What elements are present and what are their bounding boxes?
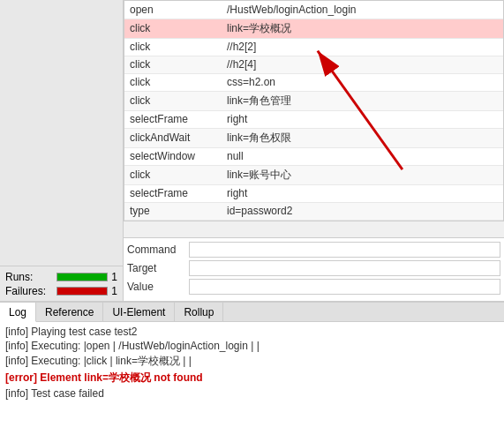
commands-table-wrapper: open/HustWeb/loginAction_loginclicklink=…	[124, 0, 504, 237]
failures-row: Failures: 1	[5, 285, 117, 297]
log-info-line: [info] Executing: |open | /HustWeb/login…	[5, 340, 499, 352]
command-input[interactable]	[189, 242, 500, 258]
table-row[interactable]: clicklink=学校概况	[124, 19, 503, 38]
table-row[interactable]: click//h2[4]	[124, 56, 503, 73]
log-tab-log[interactable]: Log	[0, 303, 36, 322]
table-row[interactable]: open/HustWeb/loginAction_login	[124, 1, 503, 19]
command-cell: click	[124, 73, 222, 91]
left-panel: Runs: 1 Failures: 1	[0, 0, 124, 301]
command-cell: click	[124, 19, 222, 38]
command-cell: click	[124, 56, 222, 73]
log-error-line: [error] Element link=学校概况 not found	[5, 371, 499, 386]
runs-bar	[56, 273, 108, 281]
log-tabs: LogReferenceUI-ElementRollup	[0, 303, 504, 322]
log-info-line: [info] Playing test case test2	[5, 326, 499, 338]
target-cell: id=password2	[222, 202, 503, 220]
commands-table: open/HustWeb/loginAction_loginclicklink=…	[124, 1, 503, 221]
command-cell: click	[124, 165, 222, 184]
table-row[interactable]: clicklink=账号中心	[124, 165, 503, 184]
table-row[interactable]: click//h2[2]	[124, 38, 503, 56]
log-tab-rollup[interactable]: Rollup	[175, 303, 223, 321]
runs-value: 1	[111, 271, 117, 283]
target-input[interactable]	[189, 260, 500, 276]
log-content: [info] Playing test case test2[info] Exe…	[0, 322, 504, 442]
value-label: Value	[127, 281, 189, 293]
target-cell: right	[222, 110, 503, 128]
main-container: Runs: 1 Failures: 1 open/HustWeb/loginAc…	[0, 0, 504, 442]
target-cell: link=学校概况	[222, 19, 503, 38]
command-cell: selectWindow	[124, 147, 222, 165]
commands-table-container: open/HustWeb/loginAction_loginclicklink=…	[124, 0, 504, 221]
top-section: Runs: 1 Failures: 1 open/HustWeb/loginAc…	[0, 0, 504, 301]
target-cell: right	[222, 184, 503, 202]
failures-value: 1	[111, 285, 117, 297]
target-row: Target	[127, 260, 500, 276]
target-cell: link=账号中心	[222, 165, 503, 184]
table-row[interactable]: clickAndWaitlink=角色权限	[124, 128, 503, 147]
log-tab-reference[interactable]: Reference	[36, 303, 103, 321]
target-cell: link=角色管理	[222, 91, 503, 110]
target-cell: //h2[2]	[222, 38, 503, 56]
target-cell: /HustWeb/loginAction_login	[222, 1, 503, 19]
table-row[interactable]: typeid=password2	[124, 202, 503, 220]
command-row: Command	[127, 242, 500, 258]
command-cell: selectFrame	[124, 110, 222, 128]
table-row[interactable]: selectFrameright	[124, 184, 503, 202]
value-row: Value	[127, 279, 500, 295]
table-row[interactable]: selectFrameright	[124, 110, 503, 128]
table-row[interactable]: selectWindownull	[124, 147, 503, 165]
log-section: LogReferenceUI-ElementRollup [info] Play…	[0, 301, 504, 442]
command-cell: open	[124, 1, 222, 19]
failures-bar	[56, 287, 108, 296]
command-cell: click	[124, 38, 222, 56]
command-cell: click	[124, 91, 222, 110]
log-info-line: [info] Test case failed	[5, 387, 499, 400]
runs-row: Runs: 1	[5, 271, 117, 283]
command-cell: type	[124, 202, 222, 220]
target-cell: css=h2.on	[222, 73, 503, 91]
runs-label: Runs:	[5, 271, 56, 283]
target-cell: null	[222, 147, 503, 165]
target-cell: //h2[4]	[222, 56, 503, 73]
command-cell: clickAndWait	[124, 128, 222, 147]
failures-label: Failures:	[5, 285, 56, 297]
log-tab-ui-element[interactable]: UI-Element	[103, 303, 175, 321]
target-cell: link=角色权限	[222, 128, 503, 147]
log-info-line: [info] Executing: |click | link=学校概况 | |	[5, 354, 499, 369]
command-label: Command	[127, 243, 189, 256]
table-row[interactable]: clicklink=角色管理	[124, 91, 503, 110]
command-section: Command Target Value	[124, 237, 504, 301]
status-panel: Runs: 1 Failures: 1	[0, 266, 123, 301]
target-label: Target	[127, 262, 189, 274]
command-cell: selectFrame	[124, 184, 222, 202]
table-row[interactable]: clickcss=h2.on	[124, 73, 503, 91]
value-input[interactable]	[189, 279, 500, 295]
